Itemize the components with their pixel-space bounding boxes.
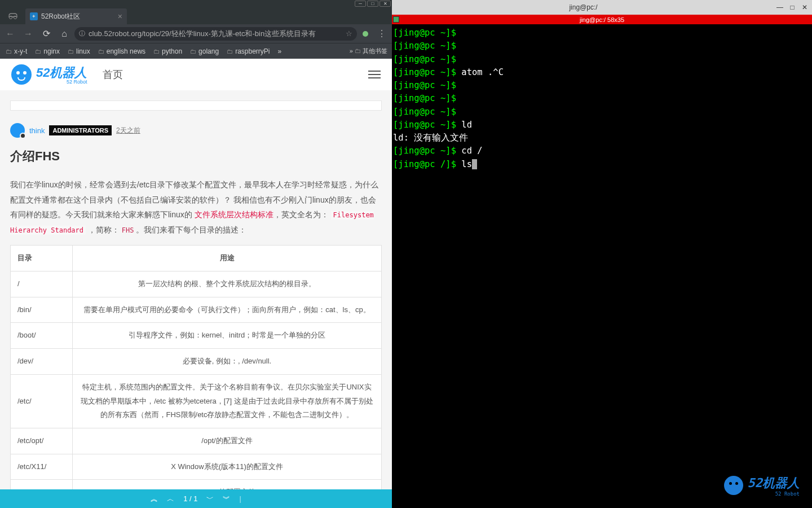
url-bar[interactable]: ⓘ club.52robot.org/topic/29/轻松学linux-第九课… (74, 27, 357, 41)
cell-dir: /boot/ (11, 323, 73, 349)
role-badge: ADMINISTRATORS (49, 125, 112, 135)
window-minimize-button[interactable]: ─ (355, 1, 366, 7)
cell-use: /opt/的配置文件 (73, 428, 382, 454)
code-inline: FHS (122, 226, 134, 234)
username-link[interactable]: think (29, 126, 45, 135)
tab-close-icon[interactable]: × (118, 12, 122, 21)
pager-next-icon[interactable]: ﹀ (206, 494, 214, 504)
terminal-close-button[interactable]: ✕ (800, 3, 810, 11)
watermark-logo: 52机器人 52 Robot (724, 474, 800, 498)
logo-subtext: 52 Robot (36, 79, 87, 85)
browser-tab[interactable]: ✦ 52Robot社区 × (25, 8, 127, 24)
table-row: /etc/opt//opt/的配置文件 (11, 428, 382, 454)
terminal-line: [jing@pc /]$ ls (393, 158, 811, 171)
th-use: 用途 (73, 246, 382, 271)
cell-use: 必要设备, 例如：, /dev/null. (73, 349, 382, 375)
forward-button[interactable]: → (20, 27, 36, 41)
cell-dir: /etc/opt/ (11, 428, 73, 454)
keyword-highlight: 文件系统层次结构标准 (195, 210, 273, 219)
folder-icon: 🗀 (190, 48, 196, 55)
pager-prev-icon[interactable]: ︿ (167, 494, 174, 504)
bookmark-item[interactable]: 🗀python (150, 46, 186, 56)
menu-icon[interactable] (368, 71, 381, 78)
tab-strip: ✦ 52Robot社区 × (0, 7, 392, 24)
pager-first-icon[interactable]: ︽ (151, 494, 158, 504)
table-row: /etc/特定主机，系统范围内的配置文件。关于这个名称目前有争议。在贝尔实验室关… (11, 374, 382, 428)
table-row: /dev/必要设备, 例如：, /dev/null. (11, 349, 382, 375)
terminal-window: jing@pc:/ — □ ✕ jing@pc:/ 58x35 [jing@pc… (392, 0, 812, 508)
pager-bar: ︽ ︿ 1 / 1 ﹀ ︾ | (0, 489, 392, 508)
browser-menu-icon[interactable]: ⋮ (374, 28, 390, 39)
pager-last-icon[interactable]: ︾ (223, 494, 230, 504)
avatar[interactable] (10, 123, 25, 138)
folder-icon: 🗀 (35, 48, 41, 55)
terminal-line: [jing@pc ~]$ ld (393, 119, 811, 132)
window-close-button[interactable]: ✕ (379, 1, 391, 7)
bookmark-item[interactable]: 🗀linux (64, 46, 94, 56)
reload-button[interactable]: ⟳ (38, 27, 54, 41)
terminal-minimize-button[interactable]: — (775, 3, 785, 11)
robot-logo-icon (724, 476, 743, 495)
folder-icon: 🗀 (6, 48, 12, 55)
cell-use: 需要在单用户模式可用的必要命令（可执行文件）；面向所有用户，例如：cat、ls、… (73, 297, 382, 323)
table-row: /etc/X11/X Window系统(版本11)的配置文件 (11, 454, 382, 480)
browser-window: ─ □ ✕ ✦ 52Robot社区 × ← → ⟳ ⌂ ⓘ club.52rob… (0, 0, 392, 508)
incognito-icon (0, 7, 25, 24)
site-logo[interactable]: 52机器人 52 Robot (11, 64, 87, 85)
terminal-window-title: jing@pc:/ (392, 3, 775, 11)
folder-icon: 🗀 (227, 48, 233, 55)
logo-text: 52机器人 (36, 65, 87, 80)
nav-home-link[interactable]: 首页 (103, 68, 123, 81)
post-meta: think ADMINISTRATORS 2天之前 (10, 123, 382, 138)
cell-dir: /bin/ (11, 297, 73, 323)
terminal-line: [jing@pc ~]$ atom .^C (393, 66, 811, 79)
cell-dir: / (11, 271, 73, 297)
bookmarks-bar: 🗀x-y-t🗀nginx🗀linux🗀english news🗀python🗀g… (0, 43, 392, 59)
terminal-line: [jing@pc ~]$ (393, 27, 811, 40)
folder-icon: 🗀 (68, 48, 74, 55)
bookmarks-more-icon[interactable]: » (275, 46, 285, 56)
table-row: /bin/需要在单用户模式可用的必要命令（可执行文件）；面向所有用户，例如：ca… (11, 297, 382, 323)
extension-icon[interactable] (363, 31, 368, 37)
folder-icon: 🗀 (355, 47, 361, 54)
terminal-line: [jing@pc ~]$ (393, 106, 811, 119)
cell-use: 第一层次结构 的根、整个文件系统层次结构的根目录。 (73, 271, 382, 297)
site-info-icon[interactable]: ⓘ (79, 29, 85, 38)
terminal-line: [jing@pc ~]$ cd / (393, 144, 811, 157)
post-title: 介绍FHS (10, 148, 382, 165)
post-time-link[interactable]: 2天之前 (116, 126, 140, 135)
terminal-line: [jing@pc ~]$ (393, 40, 811, 52)
table-row: /第一层次结构 的根、整个文件系统层次结构的根目录。 (11, 271, 382, 297)
cell-dir: /etc/ (11, 374, 73, 428)
window-maximize-button[interactable]: □ (367, 1, 378, 7)
bookmark-item[interactable]: 🗀nginx (32, 46, 63, 56)
home-button[interactable]: ⌂ (56, 27, 72, 41)
cell-dir: /etc/X11/ (11, 454, 73, 480)
terminal-body[interactable]: [jing@pc ~]$[jing@pc ~]$[jing@pc ~]$[jin… (392, 24, 812, 508)
bookmarks-overflow[interactable]: » 🗀 其他书签 (347, 47, 390, 55)
bookmark-item[interactable]: 🗀x-y-t (2, 46, 30, 56)
fhs-table: 目录用途 /第一层次结构 的根、整个文件系统层次结构的根目录。/bin/需要在单… (10, 245, 382, 506)
post-body: 我们在学linux的时候，经常会遇到去/etc目录下修改某个配置文件，最早我本人… (10, 177, 382, 506)
terminal-maximize-button[interactable]: □ (787, 3, 797, 11)
terminal-line: [jing@pc ~]$ (393, 92, 811, 105)
bookmark-item[interactable]: 🗀raspberryPi (223, 46, 273, 56)
terminal-cursor (472, 159, 477, 169)
terminal-line: [jing@pc ~]$ (393, 53, 811, 66)
pager-separator: | (239, 494, 241, 503)
cell-use: 特定主机，系统范围内的配置文件。关于这个名称目前有争议。在贝尔实验室关于UNIX… (73, 374, 382, 428)
bookmark-item[interactable]: 🗀golang (187, 46, 222, 56)
terminal-status-bar: jing@pc:/ 58x35 (392, 15, 812, 24)
post-content: think ADMINISTRATORS 2天之前 介绍FHS 我们在学linu… (0, 90, 392, 508)
th-dir: 目录 (11, 246, 73, 271)
cell-use: X Window系统(版本11)的配置文件 (73, 454, 382, 480)
window-titlebar: ─ □ ✕ (0, 0, 392, 7)
bookmark-star-icon[interactable]: ☆ (346, 29, 352, 38)
folder-icon: 🗀 (98, 48, 104, 55)
cell-use: 引导程序文件，例如：kernel、initrd；时常是一个单独的分区 (73, 323, 382, 349)
cell-dir: /dev/ (11, 349, 73, 375)
folder-icon: 🗀 (153, 48, 160, 55)
back-button[interactable]: ← (2, 27, 18, 41)
terminal-line: [jing@pc ~]$ (393, 79, 811, 92)
bookmark-item[interactable]: 🗀english news (95, 46, 149, 56)
